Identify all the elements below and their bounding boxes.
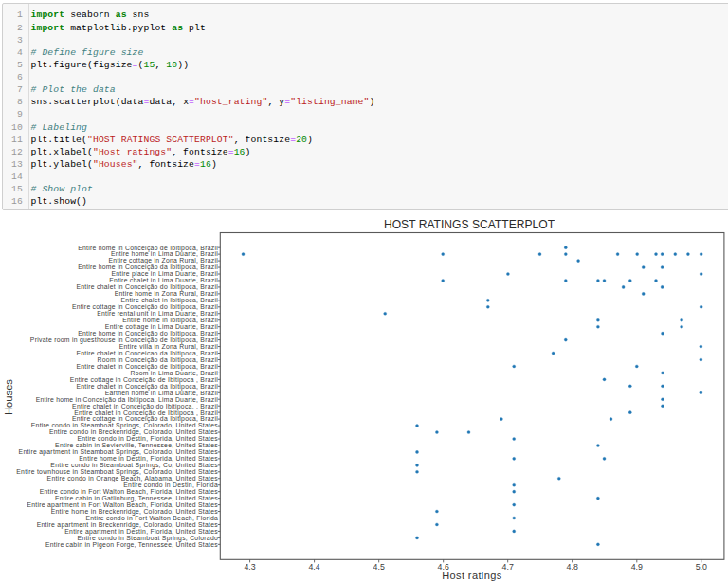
svg-text:Entire home in Zona Rural, Bra: Entire home in Zona Rural, Brazil — [115, 290, 219, 297]
svg-text:4.8: 4.8 — [567, 562, 578, 572]
svg-text:Earthen home in Lima Duarte, B: Earthen home in Lima Duarte, Brazil — [105, 390, 219, 396]
svg-text:Entire rental unit in Lima Dua: Entire rental unit in Lima Duarte, Brazi… — [97, 310, 218, 317]
svg-text:Entire condo in Destin, Florid: Entire condo in Destin, Florida, United … — [77, 435, 218, 442]
svg-text:Entire chalet in Lima Duarte,: Entire chalet in Lima Duarte, Brazil — [109, 277, 218, 283]
svg-text:Entire cabin in Sevierville, T: Entire cabin in Sevierville, Tennessee, … — [55, 442, 218, 448]
svg-text:Room in Lima Duarte, Brazil: Room in Lima Duarte, Brazil — [130, 370, 218, 376]
svg-text:Entire villa in Zona Rural, Br: Entire villa in Zona Rural, Brazil — [119, 343, 219, 350]
svg-text:4.5: 4.5 — [373, 562, 385, 572]
svg-text:Entire cabin in Pigeon Forge,: Entire cabin in Pigeon Forge, Tennessee,… — [46, 541, 218, 549]
svg-text:4.9: 4.9 — [631, 562, 643, 572]
svg-text:5.0: 5.0 — [696, 562, 707, 572]
svg-text:Entire condo in Destin, Florid: Entire condo in Destin, Florida — [123, 482, 218, 488]
svg-text:HOST RATINGS SCATTERPLOT: HOST RATINGS SCATTERPLOT — [384, 218, 555, 231]
svg-text:4.3: 4.3 — [244, 562, 255, 572]
svg-text:Entire home in Lima Duarte, Br: Entire home in Lima Duarte, Brazil — [111, 250, 218, 257]
svg-text:Houses: Houses — [3, 379, 14, 415]
svg-text:4.7: 4.7 — [502, 562, 514, 572]
svg-text:Entire condo in Fort Walton Be: Entire condo in Fort Walton Beach, Flori… — [85, 515, 218, 521]
svg-text:4.4: 4.4 — [308, 562, 319, 572]
svg-text:Entire home in Destin, Florida: Entire home in Destin, Florida, United S… — [79, 455, 218, 462]
svg-text:Entire condo in Fort Walton Be: Entire condo in Fort Walton Beach, Flori… — [40, 488, 219, 495]
svg-text:Host ratings: Host ratings — [442, 570, 502, 581]
